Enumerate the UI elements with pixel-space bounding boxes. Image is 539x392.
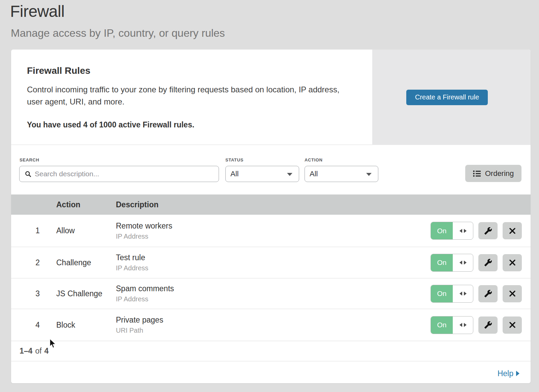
pagination: 1–4 of 4 [11, 341, 531, 361]
action-label: ACTION [305, 157, 322, 162]
search-input[interactable] [35, 170, 219, 178]
rule-row-2: 2 Challenge Test rule IP Address On [11, 247, 531, 278]
column-header-description: Description [116, 200, 159, 209]
rule-toggle[interactable]: On [431, 222, 473, 240]
help-bar: Help [11, 361, 531, 383]
edit-rule-button[interactable] [478, 285, 498, 302]
overview-description: Control incoming traffic to your zone by… [27, 84, 350, 108]
rule-action: JS Challenge [56, 289, 107, 298]
help-link[interactable]: Help [498, 369, 519, 378]
page-title: Firewall [10, 2, 64, 21]
close-icon [509, 228, 516, 234]
rule-priority: 1 [27, 226, 40, 235]
toggle-arrows-icon [453, 285, 473, 302]
pagination-range: 1–4 [20, 346, 32, 356]
delete-rule-button[interactable] [503, 316, 522, 334]
delete-rule-button[interactable] [503, 222, 522, 239]
delete-rule-button[interactable] [503, 254, 522, 271]
create-rule-panel: Create a Firewall rule [372, 50, 531, 145]
status-label: STATUS [225, 157, 244, 162]
toggle-on-label: On [431, 285, 453, 302]
ordered-list-icon [473, 170, 481, 177]
ordering-button[interactable]: Ordering [465, 165, 521, 182]
search-input-wrap [19, 166, 219, 182]
ordering-button-label: Ordering [485, 169, 514, 178]
rule-priority: 4 [27, 321, 40, 330]
rule-action: Challenge [56, 258, 107, 267]
delete-rule-button[interactable] [503, 285, 522, 302]
rule-description: Remote workers [116, 221, 431, 231]
chevron-down-icon [287, 173, 292, 176]
wrench-icon [484, 259, 492, 267]
rule-action: Allow [56, 226, 107, 235]
close-icon [509, 322, 516, 328]
edit-rule-button[interactable] [478, 316, 498, 334]
rule-description: Spam comments [116, 284, 431, 293]
rule-row-4: 4 Block Private pages URI Path On [11, 309, 531, 341]
filter-section: SEARCH STATUS All ACTION All Ordering [11, 145, 531, 194]
rule-description: Test rule [116, 253, 431, 262]
toggle-arrows-icon [453, 254, 473, 271]
action-select-value: All [310, 170, 318, 178]
rule-toggle[interactable]: On [431, 254, 473, 272]
close-icon [509, 290, 516, 297]
search-label: SEARCH [20, 157, 39, 162]
chevron-down-icon [366, 173, 372, 176]
status-select-value: All [230, 170, 239, 178]
rule-match-type: IP Address [116, 295, 431, 303]
toggle-arrows-icon [453, 316, 473, 334]
toggle-on-label: On [431, 254, 453, 271]
rule-description: Private pages [116, 315, 431, 325]
rule-toggle[interactable]: On [431, 285, 473, 303]
rule-match-type: URI Path [116, 327, 431, 334]
wrench-icon [484, 321, 492, 329]
rule-row-1: 1 Allow Remote workers IP Address On [11, 215, 531, 247]
overview-section: Firewall Rules Control incoming traffic … [11, 50, 531, 145]
pagination-total: 4 [44, 346, 49, 356]
page-subtitle: Manage access by IP, country, or query r… [11, 27, 225, 39]
toggle-on-label: On [431, 222, 453, 239]
wrench-icon [484, 227, 492, 235]
status-select[interactable]: All [225, 166, 299, 182]
rule-priority: 3 [27, 289, 40, 298]
firewall-rules-card: Firewall Rules Control incoming traffic … [11, 50, 531, 383]
edit-rule-button[interactable] [478, 254, 498, 271]
column-header-action: Action [56, 200, 116, 209]
rule-match-type: IP Address [116, 264, 431, 272]
table-header: Action Description [11, 194, 531, 215]
action-select[interactable]: All [305, 166, 378, 182]
rule-action: Block [56, 321, 107, 330]
rule-match-type: IP Address [116, 233, 431, 240]
toggle-on-label: On [431, 316, 453, 334]
mouse-cursor [49, 338, 57, 349]
pagination-of: of [35, 346, 41, 356]
rule-row-3: 3 JS Challenge Spam comments IP Address … [11, 278, 531, 309]
edit-rule-button[interactable] [478, 222, 498, 239]
rule-priority: 2 [27, 258, 40, 267]
wrench-icon [484, 290, 492, 298]
create-firewall-rule-button[interactable]: Create a Firewall rule [406, 90, 488, 105]
close-icon [509, 259, 516, 266]
search-icon [25, 171, 31, 177]
toggle-arrows-icon [453, 222, 473, 239]
help-link-label: Help [498, 369, 513, 378]
help-arrow-icon [516, 371, 519, 376]
rule-toggle[interactable]: On [431, 316, 473, 334]
